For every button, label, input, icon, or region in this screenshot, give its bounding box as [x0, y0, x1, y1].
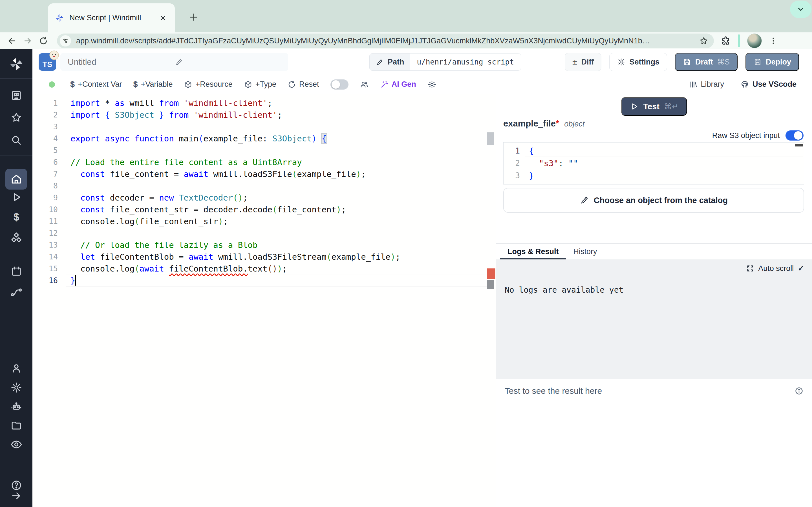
windmill-logo-icon[interactable] [8, 56, 24, 72]
line-number: 1 [504, 145, 520, 157]
new-tab-button[interactable] [186, 10, 201, 25]
choose-object-button[interactable]: Choose an object from the catalog [503, 188, 804, 213]
code-line [70, 121, 485, 133]
result-placeholder: Test to see the result here [505, 386, 602, 396]
path-value[interactable]: u/henri/amusing_script [410, 54, 521, 70]
line-number: 11 [33, 216, 58, 227]
code-line: console.log(await fileContentBlob.text()… [70, 263, 485, 275]
add-resource-button[interactable]: +Resource [184, 80, 232, 89]
sidebar-divider [0, 155, 33, 156]
sidebar-item-audit-logs[interactable] [10, 438, 23, 451]
package-icon [184, 80, 192, 89]
line-number: 14 [33, 251, 58, 263]
library-icon [689, 80, 698, 89]
code-line: import { S3Object } from 'windmill-clien… [70, 109, 485, 121]
sidebar-item-resources[interactable] [10, 231, 23, 244]
sidebar-item-home[interactable] [5, 169, 27, 189]
library-button[interactable]: Library [689, 80, 724, 89]
editor-settings-gear-icon[interactable] [427, 80, 437, 89]
code-line: // Or load the file lazily as a Blob [70, 239, 485, 251]
add-type-button[interactable]: +Type [244, 80, 276, 89]
reset-button[interactable]: Reset [288, 80, 319, 89]
test-button[interactable]: Test ⌘↵ [621, 97, 687, 116]
text-cursor [75, 275, 76, 286]
dollar-icon: $ [133, 80, 138, 89]
use-vscode-button[interactable]: Use VScode [741, 80, 797, 89]
sidebar-item-workers[interactable] [10, 400, 23, 413]
raw-s3-toggle[interactable] [785, 130, 804, 140]
sidebar-expand-icon[interactable] [10, 489, 23, 502]
script-title-input[interactable]: Untitled [60, 53, 288, 71]
bun-icon [49, 50, 59, 61]
draft-button[interactable]: Draft ⌘S [675, 53, 738, 71]
address-bar[interactable]: app.windmill.dev/scripts/add#JTdCJTIyaGF… [57, 34, 714, 48]
add-variable-button[interactable]: $ +Variable [133, 80, 172, 89]
sidebar-item-user[interactable] [10, 362, 23, 375]
tab-logs-result[interactable]: Logs & Result [500, 244, 566, 260]
code-line: const file_content_str = decoder.decode(… [70, 204, 485, 216]
settings-button[interactable]: Settings [609, 53, 667, 71]
sidebar-item-variables[interactable]: $ [10, 211, 23, 224]
bookmark-star-icon[interactable] [699, 36, 708, 45]
forward-icon[interactable] [20, 33, 36, 49]
logs-panel: Auto scroll ✓ No logs are available yet [496, 260, 812, 379]
auto-scroll-control[interactable]: Auto scroll ✓ [746, 264, 804, 273]
json-line-numbers: 123 [504, 145, 520, 182]
json-arg-editor[interactable]: 123 { "s3": ""} [503, 142, 804, 184]
sidebar-item-schedules[interactable] [10, 265, 23, 278]
browser-tabstrip: New Script | Windmill [0, 0, 812, 33]
sidebar-item-favorites[interactable] [10, 111, 23, 124]
tab-title: New Script | Windmill [69, 13, 157, 22]
chrome-separator [738, 34, 740, 47]
package-icon [244, 80, 252, 89]
sidebar-item-folders[interactable] [10, 419, 23, 432]
sidebar-item-runs[interactable] [10, 191, 23, 204]
magic-wand-icon [380, 80, 389, 89]
code-line: export async function main(example_file:… [70, 133, 485, 145]
line-number: 3 [33, 121, 58, 133]
tab-close-icon[interactable] [157, 12, 169, 24]
ai-gen-button[interactable]: AI Gen [380, 80, 416, 89]
json-lines[interactable]: { "s3": ""} [529, 145, 802, 182]
back-icon[interactable] [4, 33, 20, 49]
url-text[interactable]: app.windmill.dev/scripts/add#JTdCJTIyaGF… [76, 37, 699, 45]
sidebar-item-flows[interactable] [10, 285, 23, 298]
code-line: console.log(file_content_str); [70, 216, 485, 227]
script-header: TS Untitled Path u/henri/amusing_sc [33, 49, 812, 75]
app-sidebar: $ [0, 49, 33, 507]
chrome-menu-icon[interactable] [769, 36, 777, 46]
path-chip[interactable]: Path u/henri/amusing_script [369, 53, 521, 71]
edit-title-pencil-icon[interactable] [175, 58, 282, 66]
typescript-bun-badge[interactable]: TS [39, 53, 56, 71]
save-icon [683, 58, 691, 66]
site-settings-icon[interactable] [60, 35, 71, 47]
users-icon [360, 80, 369, 89]
diff-button[interactable]: ± Diff [565, 53, 602, 71]
add-context-var-button[interactable]: $ +Context Var [70, 80, 122, 89]
code-line: } [529, 170, 802, 182]
profile-avatar[interactable] [747, 34, 762, 48]
expand-icon [746, 265, 754, 272]
argument-row: example_file * object [503, 119, 585, 129]
code-lines[interactable]: import * as wmill from 'windmill-client'… [70, 97, 485, 286]
preview-panel: Test ⌘↵ example_file * object Raw S3 obj… [496, 94, 812, 507]
deploy-button[interactable]: Deploy [746, 53, 799, 71]
code-line: // Load the entire file_content as a Uin… [70, 156, 485, 168]
scrollbar-thumb[interactable] [487, 132, 494, 145]
gear-icon [617, 58, 625, 66]
tab-history[interactable]: History [566, 244, 605, 260]
info-icon[interactable] [795, 386, 804, 395]
result-tabs: Logs & Result History [496, 243, 812, 260]
sidebar-item-search[interactable] [10, 134, 23, 147]
code-editor[interactable]: 12345678910111213141516 import * as wmil… [33, 94, 496, 507]
chrome-panel-chevron-button[interactable] [790, 1, 811, 18]
multiplayer-toggle[interactable] [331, 79, 349, 90]
required-asterisk: * [556, 119, 559, 129]
extensions-puzzle-icon[interactable] [721, 36, 731, 46]
sidebar-item-workspace[interactable] [10, 89, 23, 102]
reload-icon[interactable] [36, 33, 51, 49]
browser-tab[interactable]: New Script | Windmill [48, 3, 175, 33]
sidebar-item-settings[interactable] [10, 381, 23, 394]
cursor-overview-mark [487, 280, 494, 289]
line-number: 3 [504, 170, 520, 182]
